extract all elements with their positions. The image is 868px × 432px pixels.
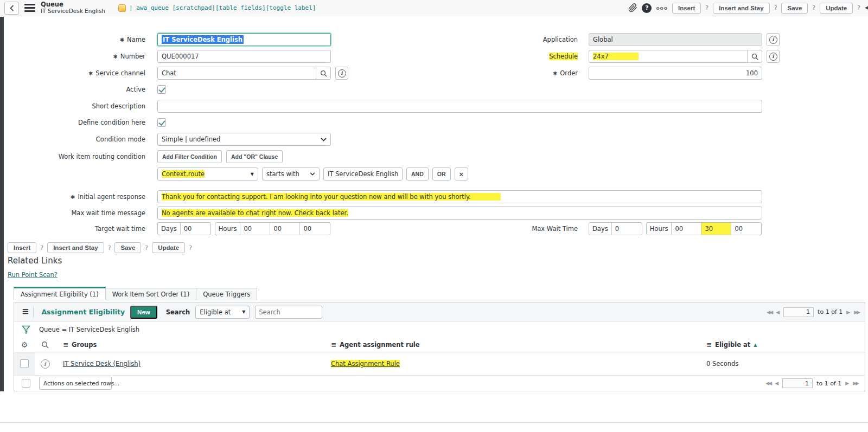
column-header-eligible-at[interactable]: ≡ Eligible at ▲ [699, 338, 865, 352]
tab-work-item-sort-order[interactable]: Work Item Sort Order (1) [106, 288, 196, 300]
menu-icon[interactable] [24, 4, 35, 12]
last-page-icon[interactable]: ▶▶ [854, 310, 859, 315]
clipped-arrow-icon [865, 5, 868, 11]
define-condition-checkbox[interactable] [157, 118, 166, 127]
page-number-input[interactable]: 1 [782, 378, 813, 388]
field-row-define-condition: Define condition here [0, 118, 166, 127]
required-icon [553, 69, 557, 77]
info-icon: i [769, 36, 777, 44]
max-wait-message-input[interactable]: No agents are available to chat right no… [157, 207, 762, 220]
save-help[interactable]: ? [145, 244, 148, 252]
application-info-button[interactable]: i [767, 33, 780, 46]
active-checkbox[interactable] [157, 85, 166, 94]
condition-field-select[interactable]: Context.route ▼ [157, 167, 258, 180]
new-button[interactable]: New [130, 306, 157, 319]
insert-and-stay-button[interactable]: Insert and Stay [47, 242, 104, 253]
column-header-groups[interactable]: ≡ Groups [55, 338, 323, 352]
update-help[interactable]: ? [857, 4, 860, 11]
next-page-icon[interactable]: ▶ [846, 310, 850, 315]
required-icon [113, 53, 117, 60]
list-search-input[interactable] [255, 306, 322, 319]
back-button[interactable] [4, 2, 19, 15]
condition-value-input[interactable]: IT ServiceDesk English [323, 167, 403, 180]
first-page-icon[interactable]: ◀◀ [765, 381, 771, 386]
group-link[interactable]: IT Service Desk (English) [63, 360, 141, 367]
filter-breadcrumb[interactable]: Queue = IT ServiceDesk English [39, 326, 139, 333]
update-button[interactable]: Update [820, 3, 853, 14]
column-search-icon[interactable] [41, 341, 49, 349]
condition-or-button[interactable]: OR [432, 167, 451, 180]
debug-text: | awa_queue [scratchpad][table fields][t… [129, 4, 316, 11]
initial-agent-response-input[interactable]: Thank you for contacting support. I am l… [157, 190, 762, 203]
save-help[interactable]: ? [812, 4, 815, 11]
target-wait-seconds-input[interactable]: 00 [300, 223, 330, 235]
max-wait-days-input[interactable]: 0 [612, 223, 642, 235]
insert-button[interactable]: Insert [672, 3, 701, 14]
max-wait-seconds-input[interactable]: 00 [731, 223, 761, 235]
search-icon [320, 70, 327, 77]
update-button[interactable]: Update [152, 242, 185, 253]
last-page-icon[interactable]: ▶▶ [853, 381, 858, 386]
insert-help[interactable]: ? [40, 244, 43, 252]
save-button[interactable]: Save [114, 242, 141, 253]
previous-page-icon[interactable]: ◀ [775, 381, 778, 386]
next-page-icon[interactable]: ▶ [845, 381, 849, 386]
tab-assignment-eligibility[interactable]: Assignment Eligibility (1) [14, 287, 106, 300]
schedule-preview-button[interactable]: i [767, 50, 780, 63]
select-all-checkbox[interactable] [22, 379, 30, 388]
list-menu-icon[interactable]: ≡ [20, 306, 34, 318]
application-label: Application [543, 36, 578, 43]
name-input[interactable]: IT ServiceDesk English [157, 33, 331, 46]
schedule-label: Schedule [549, 53, 578, 60]
attachment-icon[interactable] [628, 3, 637, 12]
gear-icon[interactable]: ⚙ [21, 341, 28, 349]
condition-and-button[interactable]: AND [406, 167, 429, 180]
page-number-input[interactable]: 1 [783, 307, 814, 317]
insert-help[interactable]: ? [705, 4, 709, 11]
number-input[interactable]: QUE000017 [157, 50, 331, 63]
column-header-agent-assignment-rule[interactable]: ≡ Agent assignment rule [323, 338, 699, 352]
record-name: IT ServiceDesk English [41, 8, 105, 15]
service-channel-lookup-button[interactable] [316, 67, 330, 79]
max-wait-minutes-input[interactable]: 30 [701, 223, 731, 235]
search-column-select[interactable]: Eligible at ▼ [195, 306, 250, 319]
short-description-label: Short description [92, 102, 145, 110]
insert-and-stay-help[interactable]: ? [774, 4, 777, 11]
target-wait-minutes-input[interactable]: 00 [270, 223, 300, 235]
target-wait-hours-input[interactable]: 00 [240, 223, 270, 235]
service-channel-preview-button[interactable]: i [335, 67, 348, 80]
previous-page-icon[interactable]: ◀ [776, 310, 780, 315]
row-info-icon[interactable]: i [41, 359, 50, 369]
agent-assignment-rule-link[interactable]: Chat Assignment Rule [331, 360, 400, 367]
field-row-order: Order 100 [510, 67, 762, 80]
search-icon [751, 53, 758, 60]
tab-queue-triggers[interactable]: Queue Triggers [196, 288, 257, 300]
condition-mode-select[interactable]: Simple | undefined [157, 133, 331, 146]
schedule-lookup-button[interactable] [747, 50, 762, 62]
more-options-icon[interactable]: ooo [656, 5, 668, 11]
max-wait-hours-input[interactable]: 00 [672, 223, 701, 235]
condition-operator-select[interactable]: starts with [262, 167, 320, 180]
insert-button[interactable]: Insert [8, 242, 36, 253]
short-description-input[interactable] [157, 100, 762, 113]
condition-mode-value: Simple | undefined [162, 136, 220, 143]
first-page-icon[interactable]: ◀◀ [767, 310, 772, 315]
run-point-scan-link[interactable]: Run Point Scan? [8, 271, 58, 279]
update-help[interactable]: ? [189, 244, 192, 252]
help-icon[interactable]: ? [642, 3, 652, 13]
filter-funnel-icon[interactable] [22, 325, 30, 334]
condition-remove-button[interactable]: × [455, 167, 469, 180]
target-wait-days-input[interactable]: 00 [181, 223, 210, 235]
insert-and-stay-button[interactable]: Insert and Stay [713, 3, 769, 14]
order-input[interactable]: 100 [589, 67, 762, 80]
add-or-clause-button[interactable]: Add "OR" Clause [226, 150, 283, 163]
save-button[interactable]: Save [781, 3, 808, 14]
actions-on-selected-rows-select[interactable]: Actions on selected rows... [39, 377, 112, 390]
field-row-initial-agent-response: Initial agent response Thank you for con… [0, 190, 762, 203]
column-label: Agent assignment rule [340, 341, 420, 349]
schedule-input[interactable]: 24x7 [589, 50, 762, 63]
insert-and-stay-help[interactable]: ? [108, 244, 111, 252]
service-channel-input[interactable]: Chat [157, 67, 331, 80]
row-checkbox[interactable] [20, 359, 29, 368]
add-filter-condition-button[interactable]: Add Filter Condition [157, 150, 222, 163]
